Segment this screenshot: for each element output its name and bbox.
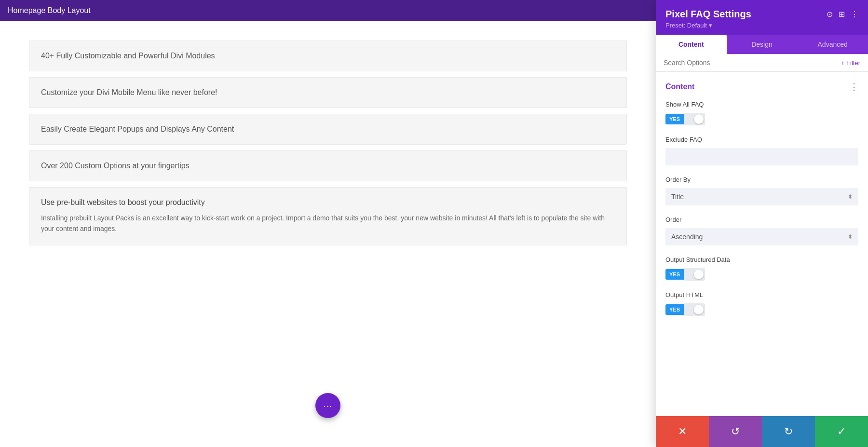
settings-panel: Pixel FAQ Settings ⊙ ⊞ ⋮ Preset: Default…	[656, 0, 868, 447]
order-by-select[interactable]: Title Date ID Menu Order Random	[665, 188, 858, 205]
faq-item-body: Installing prebuilt Layout Packs is an e…	[41, 213, 615, 234]
toggle-thumb	[694, 114, 704, 124]
toggle-track[interactable]	[684, 113, 705, 125]
more-icon-button[interactable]: ⋮	[851, 10, 858, 19]
show-all-faq-label: Show All FAQ	[665, 101, 858, 108]
panel-tabs: Content Design Advanced	[656, 35, 868, 54]
target-icon-button[interactable]: ⊙	[827, 10, 833, 19]
output-html-label: Output HTML	[665, 291, 858, 298]
panel-header-icons: ⊙ ⊞ ⋮	[827, 10, 858, 19]
exclude-faq-field: Exclude FAQ	[665, 136, 858, 165]
toggle-thumb	[694, 270, 704, 279]
order-field: Order Ascending Descending	[665, 216, 858, 245]
page-title: Homepage Body Layout	[8, 6, 91, 15]
toggle-yes-label: YES	[665, 114, 684, 124]
order-by-select-wrapper: Title Date ID Menu Order Random	[665, 188, 858, 205]
faq-item[interactable]: Easily Create Elegant Popups and Display…	[29, 114, 627, 145]
show-all-faq-field: Show All FAQ YES	[665, 101, 858, 125]
filter-button[interactable]: + Filter	[841, 59, 860, 67]
faq-item[interactable]: Customize your Divi Mobile Menu like nev…	[29, 77, 627, 108]
order-select[interactable]: Ascending Descending	[665, 228, 858, 245]
order-select-wrapper: Ascending Descending	[665, 228, 858, 245]
panel-preset[interactable]: Preset: Default ▾	[665, 22, 858, 29]
faq-item[interactable]: 40+ Fully Customizable and Powerful Divi…	[29, 41, 627, 71]
toggle-yes-label: YES	[665, 269, 684, 280]
fab-icon: ···	[323, 400, 333, 411]
toggle-track[interactable]	[684, 268, 705, 281]
tab-content[interactable]: Content	[656, 35, 727, 54]
faq-item-title: Over 200 Custom Options at your fingerti…	[41, 162, 190, 170]
output-structured-data-toggle[interactable]: YES	[665, 268, 858, 281]
toggle-thumb	[694, 305, 704, 314]
bottom-action-bar: ✕ ↺ ↻ ✓	[656, 416, 868, 447]
content-section-more-icon[interactable]: ⋮	[850, 81, 858, 92]
floating-action-button[interactable]: ···	[315, 393, 340, 418]
panel-content: Content ⋮ Show All FAQ YES Exclude FAQ O…	[656, 72, 868, 416]
tab-advanced[interactable]: Advanced	[797, 35, 868, 54]
output-html-field: Output HTML YES	[665, 291, 858, 316]
exclude-faq-label: Exclude FAQ	[665, 136, 858, 143]
faq-item-expanded[interactable]: Use pre-built websites to boost your pro…	[29, 187, 627, 245]
columns-icon-button[interactable]: ⊞	[839, 10, 845, 19]
faq-list: 40+ Fully Customizable and Powerful Divi…	[0, 21, 656, 265]
tab-design[interactable]: Design	[727, 35, 798, 54]
content-section-header: Content ⋮	[665, 81, 858, 92]
content-section-title: Content	[665, 82, 694, 91]
faq-item-title: Easily Create Elegant Popups and Display…	[41, 125, 234, 133]
faq-item-title: Use pre-built websites to boost your pro…	[41, 198, 615, 207]
faq-item[interactable]: Over 200 Custom Options at your fingerti…	[29, 150, 627, 181]
order-by-label: Order By	[665, 176, 858, 183]
exclude-faq-input[interactable]	[665, 148, 858, 165]
search-bar: + Filter	[656, 54, 868, 72]
faq-item-title: 40+ Fully Customizable and Powerful Divi…	[41, 52, 215, 60]
undo-button[interactable]: ↺	[709, 416, 762, 447]
show-all-faq-toggle[interactable]: YES	[665, 113, 858, 125]
order-by-field: Order By Title Date ID Menu Order Random	[665, 176, 858, 205]
output-html-toggle[interactable]: YES	[665, 303, 858, 316]
order-label: Order	[665, 216, 858, 223]
panel-header-top: Pixel FAQ Settings ⊙ ⊞ ⋮	[665, 9, 858, 20]
canvas-area: 40+ Fully Customizable and Powerful Divi…	[0, 21, 656, 447]
output-structured-data-label: Output Structured Data	[665, 256, 858, 263]
output-structured-data-field: Output Structured Data YES	[665, 256, 858, 281]
toggle-track[interactable]	[684, 303, 705, 316]
faq-item-title: Customize your Divi Mobile Menu like nev…	[41, 88, 217, 96]
panel-header: Pixel FAQ Settings ⊙ ⊞ ⋮ Preset: Default…	[656, 0, 868, 35]
redo-button[interactable]: ↻	[762, 416, 815, 447]
search-input[interactable]	[664, 59, 841, 67]
panel-title: Pixel FAQ Settings	[665, 9, 751, 20]
cancel-button[interactable]: ✕	[656, 416, 709, 447]
toggle-yes-label: YES	[665, 304, 684, 315]
save-button[interactable]: ✓	[815, 416, 868, 447]
